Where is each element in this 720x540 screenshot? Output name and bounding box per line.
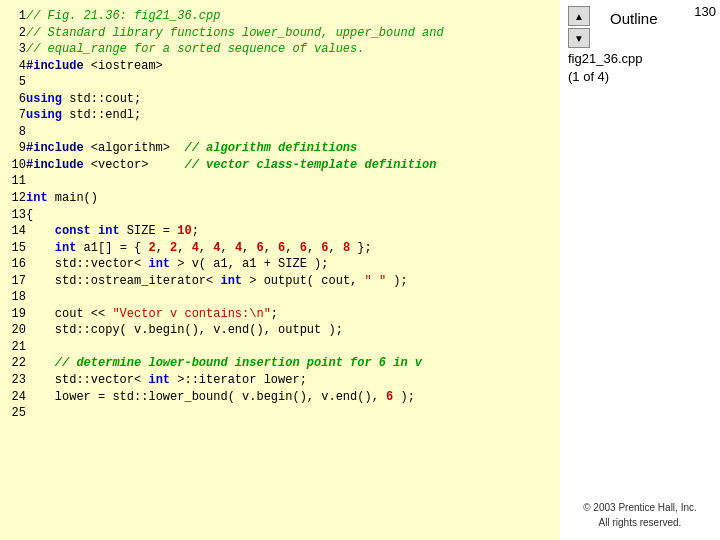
table-row: 14 const int SIZE = 10; [4, 223, 556, 240]
table-row: 19 cout << "Vector v contains:\n"; [4, 306, 556, 323]
line-code: // determine lower-bound insertion point… [26, 355, 556, 372]
line-code [26, 74, 556, 91]
table-row: 23 std::vector< int >::iterator lower; [4, 372, 556, 389]
nav-buttons: ▲ ▼ [568, 6, 590, 50]
line-code: #include <iostream> [26, 58, 556, 75]
line-number: 24 [4, 389, 26, 406]
line-number: 5 [4, 74, 26, 91]
table-row: 12int main() [4, 190, 556, 207]
line-code: std::vector< int >::iterator lower; [26, 372, 556, 389]
down-arrow-icon: ▼ [574, 33, 584, 44]
line-code: int a1[] = { 2, 2, 4, 4, 4, 6, 6, 6, 6, … [26, 240, 556, 257]
line-number: 14 [4, 223, 26, 240]
fig-label-line2: (1 of 4) [568, 69, 609, 84]
line-code: std::copy( v.begin(), v.end(), output ); [26, 322, 556, 339]
line-number: 4 [4, 58, 26, 75]
line-code: using std::cout; [26, 91, 556, 108]
line-number: 21 [4, 339, 26, 356]
line-code: using std::endl; [26, 107, 556, 124]
fig-label: fig21_36.cpp (1 of 4) [568, 50, 642, 86]
line-code [26, 124, 556, 141]
line-number: 25 [4, 405, 26, 422]
table-row: 9#include <algorithm> // algorithm defin… [4, 140, 556, 157]
line-code [26, 339, 556, 356]
line-code: // Standard library functions lower_boun… [26, 25, 556, 42]
line-number: 8 [4, 124, 26, 141]
line-code: // Fig. 21.36: fig21_36.cpp [26, 8, 556, 25]
table-row: 16 std::vector< int > v( a1, a1 + SIZE )… [4, 256, 556, 273]
line-number: 2 [4, 25, 26, 42]
nav-up-button[interactable]: ▲ [568, 6, 590, 26]
line-number: 16 [4, 256, 26, 273]
table-row: 4#include <iostream> [4, 58, 556, 75]
line-number: 19 [4, 306, 26, 323]
line-code: lower = std::lower_bound( v.begin(), v.e… [26, 389, 556, 406]
line-number: 10 [4, 157, 26, 174]
line-code [26, 173, 556, 190]
page-counter: 130 [694, 4, 716, 19]
table-row: 1// Fig. 21.36: fig21_36.cpp [4, 8, 556, 25]
table-row: 24 lower = std::lower_bound( v.begin(), … [4, 389, 556, 406]
line-code: cout << "Vector v contains:\n"; [26, 306, 556, 323]
table-row: 15 int a1[] = { 2, 2, 4, 4, 4, 6, 6, 6, … [4, 240, 556, 257]
sidebar: ▲ ▼ Outline 130 fig21_36.cpp (1 of 4) © … [560, 0, 720, 540]
table-row: 5 [4, 74, 556, 91]
copyright: © 2003 Prentice Hall, Inc. All rights re… [560, 500, 720, 530]
up-arrow-icon: ▲ [574, 11, 584, 22]
line-number: 6 [4, 91, 26, 108]
table-row: 18 [4, 289, 556, 306]
line-code: // equal_range for a sorted sequence of … [26, 41, 556, 58]
table-row: 10#include <vector> // vector class-temp… [4, 157, 556, 174]
table-row: 8 [4, 124, 556, 141]
line-number: 18 [4, 289, 26, 306]
outline-label: Outline [610, 10, 658, 27]
line-number: 3 [4, 41, 26, 58]
line-code [26, 405, 556, 422]
table-row: 3// equal_range for a sorted sequence of… [4, 41, 556, 58]
line-number: 12 [4, 190, 26, 207]
table-row: 13{ [4, 207, 556, 224]
code-panel: 1// Fig. 21.36: fig21_36.cpp2// Standard… [0, 0, 560, 540]
line-code: std::ostream_iterator< int > output( cou… [26, 273, 556, 290]
code-table: 1// Fig. 21.36: fig21_36.cpp2// Standard… [4, 8, 556, 422]
copyright-line1: © 2003 Prentice Hall, Inc. [583, 502, 697, 513]
line-number: 1 [4, 8, 26, 25]
line-number: 11 [4, 173, 26, 190]
line-number: 23 [4, 372, 26, 389]
line-number: 7 [4, 107, 26, 124]
table-row: 6using std::cout; [4, 91, 556, 108]
line-code: #include <vector> // vector class-templa… [26, 157, 556, 174]
copyright-line2: All rights reserved. [599, 517, 682, 528]
nav-down-button[interactable]: ▼ [568, 28, 590, 48]
line-number: 20 [4, 322, 26, 339]
table-row: 7using std::endl; [4, 107, 556, 124]
line-code: { [26, 207, 556, 224]
fig-label-line1: fig21_36.cpp [568, 51, 642, 66]
line-code: std::vector< int > v( a1, a1 + SIZE ); [26, 256, 556, 273]
line-number: 9 [4, 140, 26, 157]
table-row: 20 std::copy( v.begin(), v.end(), output… [4, 322, 556, 339]
main-container: 1// Fig. 21.36: fig21_36.cpp2// Standard… [0, 0, 720, 540]
line-number: 17 [4, 273, 26, 290]
table-row: 11 [4, 173, 556, 190]
line-number: 15 [4, 240, 26, 257]
line-number: 22 [4, 355, 26, 372]
line-code [26, 289, 556, 306]
line-code: const int SIZE = 10; [26, 223, 556, 240]
table-row: 17 std::ostream_iterator< int > output( … [4, 273, 556, 290]
table-row: 21 [4, 339, 556, 356]
line-number: 13 [4, 207, 26, 224]
line-code: int main() [26, 190, 556, 207]
line-code: #include <algorithm> // algorithm defini… [26, 140, 556, 157]
table-row: 25 [4, 405, 556, 422]
table-row: 2// Standard library functions lower_bou… [4, 25, 556, 42]
table-row: 22 // determine lower-bound insertion po… [4, 355, 556, 372]
